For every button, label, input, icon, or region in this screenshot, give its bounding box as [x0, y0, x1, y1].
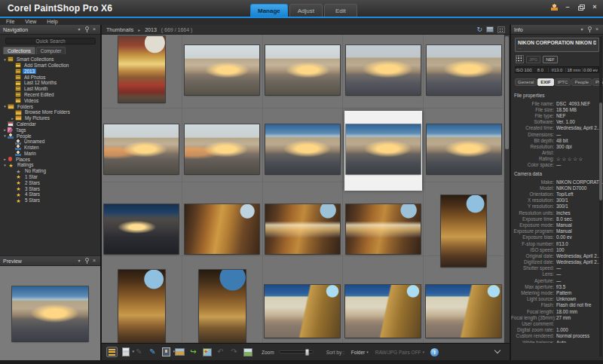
info-tab-general[interactable]: General: [515, 78, 537, 86]
tree-item-all-photos[interactable]: All Photos: [0, 74, 100, 80]
photo-thumbnail[interactable]: [118, 36, 165, 102]
tree-item-videos[interactable]: Videos: [0, 98, 100, 104]
photo-thumbnail[interactable]: [265, 124, 340, 174]
pin-icon[interactable]: [84, 258, 89, 264]
info-tab-iptc[interactable]: IPTC: [555, 78, 571, 86]
photo-frame-icon[interactable]: [174, 347, 185, 357]
panel-menu-icon[interactable]: [76, 258, 82, 264]
expander-icon[interactable]: ▸: [10, 116, 15, 121]
quick-search-input[interactable]: [5, 38, 96, 44]
tree-item-last-month[interactable]: Last Month: [0, 86, 100, 92]
mode-tab-manage[interactable]: Manage: [250, 4, 288, 17]
breadcrumb-view[interactable]: Thumbnails: [106, 27, 133, 32]
tree-item-smart-collections[interactable]: ▾Smart Collections: [0, 57, 100, 63]
pin-icon[interactable]: [84, 26, 89, 32]
expander-icon[interactable]: ▾: [2, 133, 8, 138]
photo-thumbnail[interactable]: [185, 204, 259, 254]
info-tab-people[interactable]: People: [571, 78, 592, 86]
pin-icon[interactable]: [587, 26, 592, 32]
map-edit-icon[interactable]: [201, 347, 213, 357]
thumbnail-list-icon[interactable]: [106, 347, 118, 357]
expander-icon[interactable]: ▾: [2, 104, 8, 109]
preview-mode-icon[interactable]: [486, 26, 494, 32]
minimize-button[interactable]: [564, 4, 571, 11]
photo-thumbnail[interactable]: [265, 204, 340, 254]
mode-tab-edit[interactable]: Edit: [324, 4, 357, 17]
photo-thumbnail[interactable]: [104, 204, 179, 254]
tree-item-marin[interactable]: Marin: [0, 151, 100, 157]
thumbnail-grid-icon[interactable]: [516, 55, 524, 63]
photo-thumbnail[interactable]: [346, 204, 421, 254]
pen-blue-icon[interactable]: ✎: [147, 347, 158, 357]
sort-by-dropdown[interactable]: Folder ▾: [351, 350, 369, 355]
tree-item-4-stars[interactable]: ★4 Stars: [0, 191, 100, 197]
panel-menu-icon[interactable]: [579, 26, 585, 32]
format-badge-nef[interactable]: NEF: [543, 56, 558, 63]
thumbnail-scrollbar[interactable]: [504, 35, 510, 343]
grid-mode-icon[interactable]: [497, 26, 505, 33]
expander-icon[interactable]: ▾: [2, 57, 8, 62]
info-card-icon[interactable]: ▾: [120, 347, 131, 357]
raw-jpg-pairs-dropdown[interactable]: RAW/JPG Pairs OFF ▾: [375, 350, 424, 355]
zoom-slider-thumb[interactable]: [305, 349, 309, 356]
tree-item-unnamed[interactable]: Unnamed: [0, 139, 100, 145]
photo-thumbnail[interactable]: [185, 45, 259, 95]
tree-item-people[interactable]: ▾People: [0, 133, 100, 139]
tree-item-my-pictures[interactable]: ▸My Pictures: [0, 115, 100, 121]
info-tab-exif[interactable]: EXIF: [537, 78, 553, 86]
selected-thumbnail[interactable]: [344, 111, 422, 191]
tree-item-3-stars[interactable]: ★3 Stars: [0, 186, 100, 192]
rotate-thumbnails-icon[interactable]: ↻: [476, 26, 482, 33]
collapse-tray-chevron-icon[interactable]: [494, 348, 500, 354]
tree-item-2013[interactable]: 2013: [0, 69, 100, 75]
tree-item-tags[interactable]: ▸Tags: [0, 127, 100, 133]
close-icon[interactable]: [91, 26, 97, 32]
collage-green-icon[interactable]: [242, 347, 253, 357]
people-tag-icon[interactable]: ▾: [161, 347, 172, 357]
info-scrollbar[interactable]: [599, 36, 602, 356]
tree-item-browse-more-folders[interactable]: Browse More Folders: [0, 109, 100, 115]
expander-icon[interactable]: ▾: [2, 163, 8, 167]
photo-thumbnail[interactable]: [265, 45, 340, 95]
scrollbar-thumb[interactable]: [599, 102, 602, 200]
pen-gray-icon[interactable]: ✎: [133, 347, 145, 357]
menu-view[interactable]: View: [25, 19, 36, 24]
photo-thumbnail[interactable]: [346, 124, 421, 174]
tree-item-ratings[interactable]: ▾★Ratings: [0, 162, 100, 168]
tree-item-no-rating[interactable]: ★No Rating: [0, 168, 100, 174]
photo-thumbnail[interactable]: [265, 285, 340, 338]
expander-icon[interactable]: ▸: [2, 157, 8, 161]
photo-thumbnail[interactable]: [185, 124, 259, 174]
tree-item-calendar[interactable]: Calendar: [0, 121, 100, 127]
close-button[interactable]: [591, 4, 598, 11]
close-icon[interactable]: [91, 258, 97, 264]
tree-item-2-stars[interactable]: ★2 Stars: [0, 180, 100, 186]
rotate-left-icon[interactable]: ↶: [215, 347, 226, 357]
tree-item-folders[interactable]: ▾Folders: [0, 103, 100, 109]
nav-tab-computer[interactable]: Computer: [36, 47, 66, 54]
tree-item-places[interactable]: ▸Places: [0, 157, 100, 163]
photo-thumbnail[interactable]: [427, 124, 501, 174]
menu-help[interactable]: Help: [47, 19, 57, 24]
breadcrumb-folder[interactable]: 2013: [145, 27, 157, 32]
tree-item-last-12-months[interactable]: Last 12 Months: [0, 80, 100, 86]
format-badge-jpg[interactable]: JPG: [526, 56, 540, 63]
share-green-icon[interactable]: ↪: [188, 347, 199, 357]
info-toggle-icon[interactable]: i: [430, 348, 439, 356]
close-icon[interactable]: [594, 26, 600, 32]
tree-item-1-star[interactable]: ★1 Star: [0, 174, 100, 180]
photo-thumbnail[interactable]: [427, 45, 501, 95]
user-account-icon[interactable]: [551, 4, 558, 11]
tree-item-add-smart-collection[interactable]: Add Smart Collection: [0, 63, 100, 69]
scrollbar-thumb[interactable]: [505, 36, 509, 149]
tree-item-5-stars[interactable]: ★5 Stars: [0, 197, 100, 203]
expander-icon[interactable]: ▸: [2, 127, 8, 132]
photo-thumbnail[interactable]: [118, 270, 165, 343]
rotate-right-icon[interactable]: ↷: [228, 347, 240, 357]
menu-file[interactable]: File: [6, 19, 14, 24]
photo-thumbnail[interactable]: [426, 285, 501, 338]
mode-tab-adjust[interactable]: Adjust: [289, 4, 323, 17]
nav-tab-collections[interactable]: Collections: [3, 47, 35, 54]
photo-thumbnail[interactable]: [104, 124, 179, 174]
restore-button[interactable]: [577, 4, 585, 11]
